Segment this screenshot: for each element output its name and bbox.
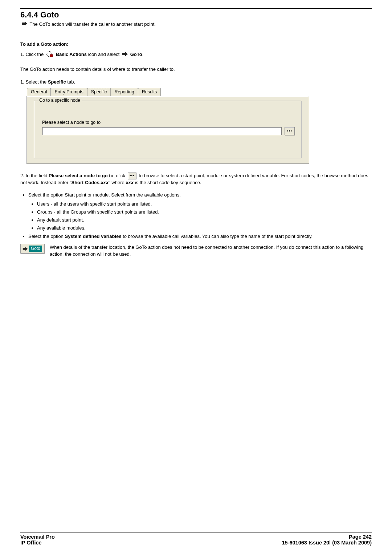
options-list: Select the option Start point or module.… (20, 192, 372, 240)
footer-right2: 15-601063 Issue 20l (03 March 2009) (282, 540, 372, 546)
step2-prefix: 2. In the field (20, 173, 49, 178)
page-footer: Voicemail Pro Page 242 IP Office 15-6010… (20, 532, 372, 546)
intro-line: The GoTo action will transfer the caller… (20, 21, 372, 28)
goto-node-label: Goto (29, 246, 42, 252)
node-input[interactable] (42, 127, 282, 135)
top-rule (20, 8, 372, 9)
step2-mid1: , click (114, 173, 127, 178)
select-specific-bold: Specific (48, 79, 66, 85)
tab-control: General Entry Prompts Specific Reporting… (26, 88, 309, 164)
step2-xxx1: xxx (101, 180, 109, 185)
browse-icon: ••• (128, 173, 136, 179)
tab-specific[interactable]: Specific (87, 88, 111, 96)
step2-suffix: is the short code key sequence. (134, 180, 201, 185)
goto-node-icon: Goto (20, 244, 45, 254)
b2-post: to browse the available call variables. … (122, 234, 313, 239)
step1-goto: GoTo (130, 52, 142, 57)
b2-bold: System defined variables (65, 234, 121, 239)
tab-body: Go to a specific node Please select a no… (26, 96, 309, 164)
step2-field: Please select a node to go to (49, 173, 113, 178)
step1-mid: icon and select (88, 52, 121, 57)
svg-rect-2 (50, 54, 53, 57)
svg-marker-4 (23, 247, 28, 251)
select-specific: 1. Select the Specific tab. (20, 79, 372, 86)
browse-button[interactable]: ••• (285, 127, 295, 135)
step1-prefix: 1. Click the (20, 52, 45, 57)
tab-strip: General Entry Prompts Specific Reporting… (26, 88, 309, 96)
step2-shortcodes: Short Codes. (71, 180, 101, 185)
select-specific-suffix: tab. (66, 79, 75, 85)
tab-results[interactable]: Results (138, 88, 161, 96)
needs-details: The GoTo action needs to contain details… (20, 66, 372, 73)
tab-general[interactable]: General (27, 88, 51, 96)
step1-suffix: . (142, 52, 144, 57)
goto-arrow-icon (122, 52, 128, 58)
goto-note-row: Goto When details of the transfer locati… (20, 244, 372, 258)
svg-marker-3 (122, 52, 128, 56)
groupbox-label: Go to a specific node (38, 98, 82, 103)
b2-pre: Select the option (28, 234, 65, 239)
arrow-icon (22, 246, 28, 251)
step2-mid3: " where (109, 180, 126, 185)
bullet-modules: Any available modules. (37, 225, 372, 231)
bullet-default: Any default start point. (37, 217, 372, 223)
tab-entry-prompts[interactable]: Entry Prompts (50, 88, 87, 96)
step2-xxx2: xxx (126, 180, 134, 185)
bullet-startpoint: Select the option Start point or module.… (28, 192, 372, 199)
arrow-icon (21, 21, 28, 28)
select-specific-prefix: 1. Select the (20, 79, 48, 85)
footer-right1: Page 242 (349, 534, 372, 540)
groupbox-specific-node: Go to a specific node Please select a no… (34, 101, 302, 158)
goto-note-text: When details of the transfer location, t… (50, 244, 372, 258)
step1-basic-actions: Basic Actions (56, 52, 87, 57)
svg-marker-0 (22, 21, 27, 26)
intro-text: The GoTo action will transfer the caller… (29, 21, 156, 27)
basic-actions-icon (46, 50, 54, 59)
section-title: 6.4.4 Goto (20, 10, 372, 20)
footer-left1: Voicemail Pro (20, 534, 55, 540)
add-goto-heading: To add a Goto action: (20, 41, 372, 47)
bullet-groups: Groups - all the Groups with specific st… (37, 209, 372, 215)
bullet-users: Users - all the users with specific star… (37, 201, 372, 207)
node-field-label: Please select a node to go to (42, 120, 101, 125)
step-2: 2. In the field Please select a node to … (20, 173, 372, 186)
step-1: 1. Click the Basic Actions icon and sele… (20, 50, 372, 59)
footer-rule (20, 532, 372, 532)
bullet-sysvars: Select the option System defined variabl… (28, 233, 372, 240)
tab-reporting[interactable]: Reporting (110, 88, 138, 96)
footer-left2: IP Office (20, 540, 42, 546)
